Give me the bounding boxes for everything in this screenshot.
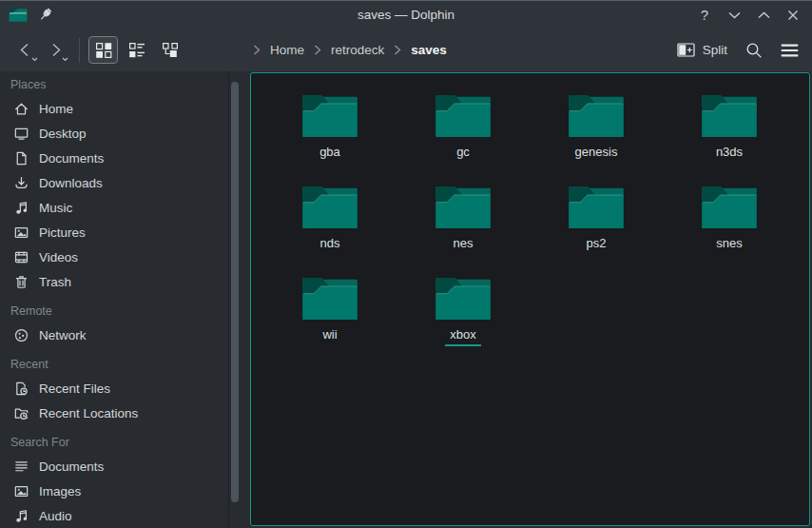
folder-icon: [434, 275, 493, 323]
folder-item-genesis[interactable]: genesis: [530, 81, 663, 172]
hamburger-icon: [781, 44, 799, 57]
folder-item-nds[interactable]: nds: [263, 172, 396, 264]
forward-button[interactable]: [40, 35, 70, 66]
sidebar-item-downloads[interactable]: Downloads: [0, 170, 228, 195]
folder-label: xbox: [445, 327, 480, 346]
maximize-button[interactable]: [756, 8, 771, 23]
network-icon: [13, 327, 29, 343]
sidebar-item-network[interactable]: Network: [0, 323, 228, 347]
folder-label: gba: [315, 145, 345, 164]
section-header-search-for: Search For: [0, 431, 228, 454]
sidebar-item-label: Audio: [39, 509, 72, 523]
section-header-remote: Remote: [0, 300, 228, 323]
breadcrumb: Home retrodeck saves: [253, 29, 447, 71]
icons-view-icon: [95, 42, 112, 59]
folder-label: nes: [449, 236, 478, 255]
sidebar-item-label: Pictures: [39, 225, 86, 240]
sidebar-item-label: Documents: [39, 151, 104, 166]
recent-folder-icon: [13, 405, 29, 421]
folder-label: n3ds: [711, 145, 747, 164]
sidebar-item-label: Home: [39, 102, 73, 116]
folder-view[interactable]: gba gc genesis n3ds nds nes ps2 snes: [250, 72, 810, 526]
folder-grid: gba gc genesis n3ds nds nes ps2 snes: [251, 73, 809, 355]
sidebar-item-label: Music: [39, 201, 72, 215]
breadcrumb-chevron-icon[interactable]: [314, 45, 321, 55]
breadcrumb-item-saves[interactable]: saves: [411, 43, 447, 57]
sidebar-item-documents[interactable]: Documents: [0, 146, 228, 170]
folder-item-nes[interactable]: nes: [396, 172, 530, 264]
folder-icon: [434, 92, 493, 140]
folder-icon: [567, 184, 626, 231]
details-view-button[interactable]: [122, 36, 151, 64]
icons-view-button[interactable]: [88, 36, 118, 64]
section-header-recent: Recent: [0, 353, 228, 376]
minimize-button[interactable]: [726, 8, 742, 23]
titlebar: saves — Dolphin ?: [0, 0, 812, 29]
sidebar-item-search-images[interactable]: Images: [0, 479, 228, 503]
split-button-label: Split: [703, 43, 727, 57]
folder-item-n3ds[interactable]: n3ds: [663, 81, 796, 172]
sidebar-item-label: Images: [39, 484, 81, 499]
sidebar-item-label: Downloads: [39, 176, 103, 190]
sidebar-item-recent-locations[interactable]: Recent Locations: [0, 401, 228, 425]
folder-item-xbox[interactable]: xbox: [396, 264, 530, 355]
search-icon: [745, 42, 763, 59]
chevron-up-icon: [758, 11, 770, 19]
folder-label: snes: [711, 236, 746, 255]
split-button[interactable]: Split: [677, 43, 727, 57]
folder-item-wii[interactable]: wii: [263, 264, 396, 355]
pin-icon[interactable]: [39, 8, 53, 22]
desktop-icon: [13, 126, 29, 142]
folder-item-ps2[interactable]: ps2: [530, 172, 663, 264]
breadcrumb-item-retrodeck[interactable]: retrodeck: [331, 43, 384, 57]
sidebar-item-label: Documents: [39, 460, 104, 474]
help-button[interactable]: ?: [697, 8, 712, 23]
film-icon: [13, 249, 29, 265]
sidebar-item-desktop[interactable]: Desktop: [0, 121, 228, 146]
close-button[interactable]: [785, 8, 801, 23]
section-header-places: Places: [0, 73, 228, 96]
sidebar-item-search-documents[interactable]: Documents: [0, 454, 228, 479]
sidebar-item-trash[interactable]: Trash: [0, 269, 228, 294]
split-view-icon: [677, 43, 695, 57]
toolbar-separator: [79, 38, 80, 63]
breadcrumb-item-home[interactable]: Home: [270, 43, 304, 57]
text-lines-icon: [13, 459, 29, 475]
sidebar-item-pictures[interactable]: Pictures: [0, 220, 228, 244]
sidebar-item-recent-files[interactable]: Recent Files: [0, 376, 228, 401]
window-title: saves — Dolphin: [0, 8, 812, 22]
toolbar: Home retrodeck saves Split: [0, 29, 812, 71]
folder-item-gc[interactable]: gc: [396, 81, 530, 172]
chevron-right-icon: [48, 43, 63, 57]
folder-label: nds: [316, 236, 345, 255]
folder-icon: [300, 92, 359, 140]
back-dropdown-caret-icon[interactable]: [31, 57, 38, 62]
folder-label: ps2: [582, 236, 611, 255]
folder-item-gba[interactable]: gba: [263, 81, 396, 172]
forward-dropdown-caret-icon[interactable]: [62, 57, 68, 62]
sidebar-item-videos[interactable]: Videos: [0, 244, 228, 269]
app-folder-icon: [9, 7, 28, 23]
sidebar-item-label: Recent Files: [39, 381, 110, 396]
back-button[interactable]: [10, 35, 40, 66]
search-button[interactable]: [745, 42, 763, 59]
sidebar-item-label: Network: [39, 328, 87, 342]
sidebar-item-search-audio[interactable]: Audio: [0, 503, 228, 528]
image-icon: [13, 483, 29, 499]
sidebar-item-label: Desktop: [39, 127, 87, 141]
sidebar-item-music[interactable]: Music: [0, 195, 228, 220]
sidebar-scrollbar[interactable]: [231, 82, 239, 502]
folder-item-snes[interactable]: snes: [663, 172, 796, 264]
tree-view-icon: [162, 42, 179, 59]
chevron-left-icon: [18, 43, 32, 57]
folder-icon: [434, 184, 493, 231]
sidebar-item-home[interactable]: Home: [0, 96, 228, 121]
tree-view-button[interactable]: [155, 36, 184, 64]
menu-button[interactable]: [781, 44, 799, 57]
breadcrumb-chevron-icon[interactable]: [394, 45, 401, 55]
folder-icon: [700, 92, 759, 140]
sidebar-item-label: Videos: [39, 250, 78, 264]
question-mark-icon: ?: [701, 8, 708, 23]
folder-icon: [300, 184, 359, 231]
breadcrumb-root-chevron-icon[interactable]: [253, 45, 261, 55]
